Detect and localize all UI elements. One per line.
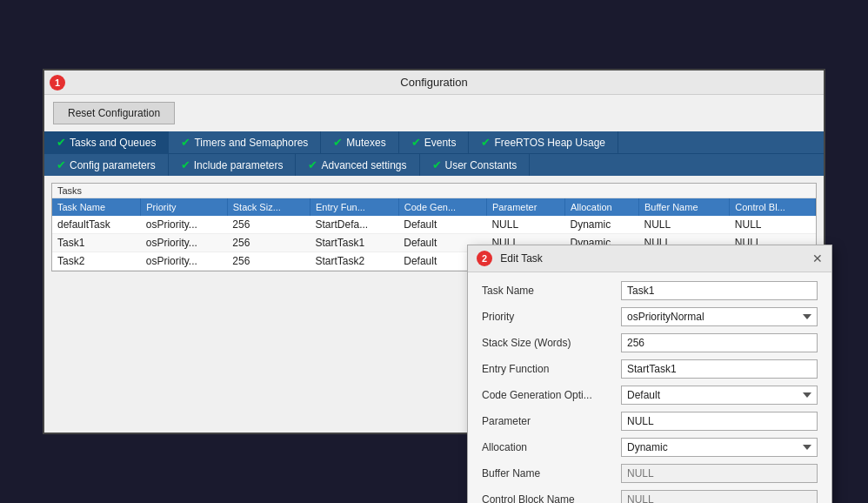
edit-task-dialog: 2 Edit Task ✕ Task NamePriorityosPriorit… — [467, 245, 832, 503]
tab-user-constants[interactable]: ✔ User Constants — [420, 154, 531, 176]
table-cell: osPriority... — [141, 234, 228, 252]
field-label: Priority — [482, 311, 621, 323]
col-control-block: Control Bl... — [730, 198, 816, 216]
tab-mutexes-label: Mutexes — [346, 137, 385, 149]
badge-1: 1 — [50, 75, 65, 91]
table-cell: 256 — [227, 252, 310, 271]
col-entry-fun: Entry Fun... — [310, 198, 398, 216]
field-select-1[interactable]: osPriorityNormal — [621, 307, 818, 326]
field-row: Stack Size (Words) — [482, 333, 818, 352]
title-bar: 1 Configuration — [44, 70, 824, 95]
window-title: Configuration — [400, 76, 467, 89]
table-cell: NULL — [486, 216, 564, 234]
badge-2: 2 — [477, 251, 492, 266]
table-cell: Default — [398, 216, 486, 234]
table-row[interactable]: defaultTaskosPriority...256StartDefa...D… — [52, 216, 816, 234]
field-input-3[interactable] — [621, 359, 818, 379]
table-cell: NULL — [638, 216, 729, 234]
field-label: Code Generation Opti... — [482, 389, 621, 401]
field-row: AllocationDynamic — [482, 438, 818, 457]
col-priority: Priority — [141, 198, 228, 216]
dialog-body: Task NamePriorityosPriorityNormalStack S… — [468, 272, 831, 503]
table-cell: NULL — [730, 216, 816, 234]
col-code-gen: Code Gen... — [398, 198, 486, 216]
field-row: Entry Function — [482, 359, 818, 379]
tab-include-params[interactable]: ✔ Include parameters — [169, 154, 297, 176]
table-cell: osPriority... — [141, 252, 228, 271]
field-input-0[interactable] — [621, 281, 818, 300]
tabs-row1: ✔ Tasks and Queues ✔ Timers and Semaphor… — [44, 131, 824, 153]
dialog-title: Edit Task — [500, 252, 542, 265]
col-parameter: Parameter — [486, 198, 564, 216]
table-cell: 256 — [227, 216, 310, 234]
col-task-name: Task Name — [52, 198, 141, 216]
tab-mutexes[interactable]: ✔ Mutexes — [321, 131, 398, 153]
field-row: Code Generation Opti...Default — [482, 386, 818, 405]
tab-config-params[interactable]: ✔ Config parameters — [44, 154, 169, 176]
field-input-5[interactable] — [621, 412, 818, 431]
tab-include-params-label: Include parameters — [194, 159, 284, 171]
tab-config-params-label: Config parameters — [70, 159, 156, 171]
table-cell: Task2 — [52, 252, 141, 271]
dialog-title-left: 2 Edit Task — [477, 251, 543, 266]
col-allocation: Allocation — [565, 198, 639, 216]
tab-freertos-heap[interactable]: ✔ FreeRTOS Heap Usage — [469, 131, 618, 153]
table-cell: StartDefa... — [310, 216, 398, 234]
table-cell: StartTask1 — [310, 234, 398, 252]
field-select-6[interactable]: Dynamic — [621, 438, 818, 457]
tasks-section-title: Tasks — [52, 184, 816, 198]
check-icon-events: ✔ — [411, 136, 421, 149]
table-cell: Dynamic — [565, 216, 639, 234]
field-label: Task Name — [482, 285, 621, 297]
close-dialog-button[interactable]: ✕ — [812, 252, 823, 265]
main-window: 1 Configuration Reset Configuration ✔ Ta… — [43, 69, 825, 434]
check-icon-include: ✔ — [181, 158, 190, 171]
toolbar: Reset Configuration — [44, 95, 824, 131]
check-icon-freertos: ✔ — [481, 136, 491, 149]
tab-tasks-queues-label: Tasks and Queues — [70, 137, 156, 149]
check-icon-config: ✔ — [57, 158, 66, 171]
table-cell: defaultTask — [52, 216, 141, 234]
table-cell: 256 — [227, 234, 310, 252]
table-cell: osPriority... — [141, 216, 228, 234]
field-label: Buffer Name — [482, 467, 621, 480]
tabs-row2: ✔ Config parameters ✔ Include parameters… — [44, 153, 824, 176]
tab-freertos-heap-label: FreeRTOS Heap Usage — [494, 137, 605, 149]
tab-events-label: Events — [424, 137, 457, 149]
tab-user-constants-label: User Constants — [445, 159, 517, 171]
check-icon-timers: ✔ — [181, 136, 190, 149]
field-input-8 — [621, 490, 818, 503]
field-label: Entry Function — [482, 363, 621, 375]
field-label: Control Block Name — [482, 493, 621, 503]
field-row: PriorityosPriorityNormal — [482, 307, 818, 326]
field-label: Parameter — [482, 415, 621, 427]
field-label: Stack Size (Words) — [482, 337, 621, 349]
field-input-7 — [621, 464, 818, 483]
field-select-4[interactable]: Default — [621, 386, 818, 405]
tab-advanced-settings[interactable]: ✔ Advanced settings — [296, 154, 419, 176]
field-row: Buffer Name — [482, 464, 818, 483]
check-icon-advanced: ✔ — [308, 158, 317, 171]
dialog-title-bar: 2 Edit Task ✕ — [468, 245, 831, 272]
field-row: Parameter — [482, 412, 818, 431]
col-buffer-name: Buffer Name — [638, 198, 729, 216]
field-input-2[interactable] — [621, 333, 818, 352]
tab-tasks-queues[interactable]: ✔ Tasks and Queues — [44, 131, 169, 153]
field-label: Allocation — [482, 441, 621, 453]
table-cell: Task1 — [52, 234, 141, 252]
field-row: Control Block Name — [482, 490, 818, 503]
field-row: Task Name — [482, 281, 818, 300]
check-icon-tasks: ✔ — [57, 136, 66, 149]
tab-advanced-settings-label: Advanced settings — [321, 159, 406, 171]
check-icon-mutexes: ✔ — [333, 136, 343, 149]
table-cell: StartTask2 — [310, 252, 398, 271]
reset-configuration-button[interactable]: Reset Configuration — [53, 102, 175, 124]
tab-timers-semaphores-label: Timers and Semaphores — [194, 137, 308, 149]
tab-events[interactable]: ✔ Events — [399, 131, 470, 153]
check-icon-user: ✔ — [432, 158, 442, 171]
tab-timers-semaphores[interactable]: ✔ Timers and Semaphores — [169, 131, 321, 153]
col-stack-size: Stack Siz... — [227, 198, 310, 216]
